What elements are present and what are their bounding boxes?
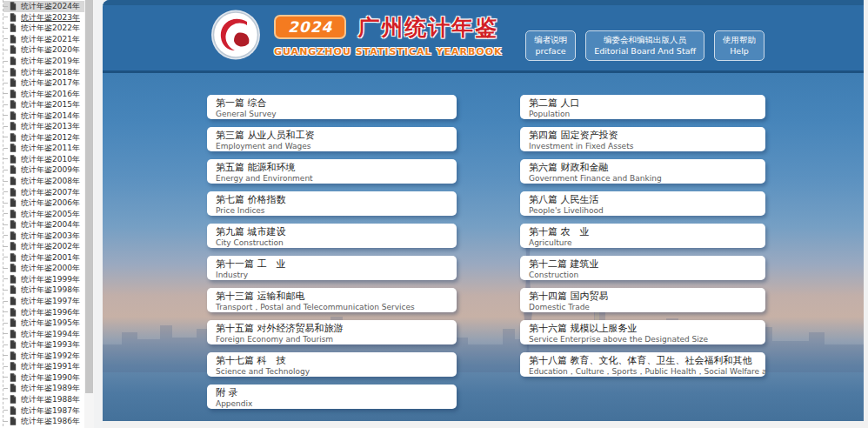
sidebar-item-yearbook[interactable]: 统计年鉴2004年: [3, 219, 84, 231]
sidebar-item-yearbook[interactable]: 统计年鉴2007年: [3, 186, 84, 197]
chapter-title-en: Investment in Fixed Assets: [529, 142, 757, 151]
tree-connector: [3, 257, 8, 257]
main-panel: 2024 广州统计年鉴 GUANGZHOU STATISTICAL YEARBO…: [103, 0, 864, 424]
sidebar-item-yearbook[interactable]: 统计年鉴2001年: [3, 252, 84, 264]
chapter-button[interactable]: 第十篇 农 业 Agriculture: [520, 224, 765, 248]
sidebar-item-yearbook[interactable]: 统计年鉴1995年: [3, 318, 84, 329]
chapter-button[interactable]: 第十五篇 对外经济贸易和旅游 Foreign Economy and Touri…: [207, 320, 457, 344]
chapter-button[interactable]: 第五篇 能源和环境 Energy and Environment: [207, 159, 457, 184]
sidebar-item-label: 统计年鉴2004年: [19, 219, 82, 230]
sidebar-item-yearbook[interactable]: 统计年鉴1997年: [3, 296, 84, 307]
sidebar-item-yearbook[interactable]: 统计年鉴2017年: [3, 77, 84, 89]
sidebar-item-yearbook[interactable]: 统计年鉴2000年: [3, 263, 84, 274]
chapter-title-en: Appendix: [216, 399, 448, 409]
sidebar-item-yearbook[interactable]: 统计年鉴2011年: [3, 143, 84, 154]
sidebar-item-yearbook[interactable]: 统计年鉴2013年: [3, 121, 84, 132]
sidebar-item-label: 统计年鉴2005年: [19, 209, 82, 219]
chapter-button[interactable]: 第九篇 城市建设 City Construction: [207, 224, 457, 248]
tree-connector: [3, 6, 8, 7]
chapter-title-en: Population: [529, 110, 757, 119]
sidebar-item-yearbook[interactable]: 统计年鉴2006年: [3, 197, 84, 209]
scrollbar-thumb[interactable]: [85, 0, 93, 393]
chapter-title-cn: 第五篇 能源和环境: [216, 162, 448, 174]
sidebar-item-yearbook[interactable]: 统计年鉴2005年: [3, 208, 84, 219]
sidebar-item-yearbook[interactable]: 统计年鉴2003年: [3, 230, 84, 241]
chapter-button[interactable]: 第一篇 综合 General Survey: [207, 95, 457, 119]
sidebar-item-yearbook[interactable]: 统计年鉴2019年: [3, 56, 84, 67]
logo-group: 2024 广州统计年鉴 GUANGZHOU STATISTICAL YEARBO…: [210, 10, 503, 60]
chapter-button[interactable]: 第十七篇 科 技 Science and Technology: [207, 352, 457, 377]
sidebar-item-yearbook[interactable]: 统计年鉴2020年: [3, 44, 84, 56]
chapter-button[interactable]: 第十八篇 教育、文化、体育、卫生、社会福利和其他 Education，Cultu…: [520, 352, 765, 377]
sidebar-item-label: 统计年鉴2008年: [19, 176, 82, 186]
sidebar-item-yearbook[interactable]: 统计年鉴1999年: [3, 274, 84, 285]
sidebar-item-yearbook[interactable]: 统计年鉴1991年: [3, 361, 84, 372]
chapter-button[interactable]: 第十二篇 建筑业 Construction: [520, 256, 765, 280]
tree-connector: [3, 126, 8, 127]
tree-connector: [3, 181, 8, 182]
chapter-title-cn: 第一篇 综合: [216, 97, 448, 110]
chapter-button[interactable]: 第十六篇 规模以上服务业 Service Enterprise above th…: [520, 320, 765, 344]
tree-connector: [3, 278, 8, 279]
sidebar-item-yearbook[interactable]: 统计年鉴2024年: [3, 1, 84, 12]
chapter-button[interactable]: 第八篇 人民生活 People's Livelihood: [520, 191, 765, 216]
chapter-button[interactable]: 第七篇 价格指数 Price Indices: [207, 191, 457, 216]
document-icon: [10, 23, 17, 32]
chapter-button[interactable]: 第十一篇 工 业 Industry: [207, 256, 457, 280]
preface-button[interactable]: 编者说明 prcface: [525, 30, 576, 61]
sidebar-item-yearbook[interactable]: 统计年鉴2012年: [3, 132, 84, 144]
document-icon: [10, 318, 17, 327]
tree-connector: [3, 344, 8, 345]
sidebar-item-yearbook[interactable]: 统计年鉴1989年: [3, 383, 84, 394]
chapter-title-cn: 第十五篇 对外经济贸易和旅游: [216, 323, 448, 335]
sidebar-item-yearbook[interactable]: 统计年鉴2002年: [3, 241, 84, 252]
sidebar-item-label: 统计年鉴2024年: [19, 1, 82, 11]
chapter-button[interactable]: 附 录 Appendix: [207, 385, 457, 409]
header-top-strip: [103, 0, 864, 5]
sidebar-item-yearbook[interactable]: 统计年鉴2014年: [3, 110, 84, 121]
sidebar-item-yearbook[interactable]: 统计年鉴2008年: [3, 176, 84, 187]
sidebar-item-yearbook[interactable]: 统计年鉴1990年: [3, 372, 84, 384]
chapter-button[interactable]: 第十四篇 国内贸易 Domestic Trade: [520, 288, 765, 312]
sidebar-item-yearbook[interactable]: 统计年鉴2009年: [3, 164, 84, 176]
chapter-title-en: City Construction: [216, 238, 448, 248]
sidebar-item-yearbook[interactable]: 统计年鉴1996年: [3, 306, 84, 318]
sidebar-item-yearbook[interactable]: 统计年鉴1987年: [3, 405, 84, 416]
tree-connector: [3, 148, 8, 149]
sidebar-item-yearbook[interactable]: 统计年鉴2015年: [3, 99, 84, 110]
document-icon: [10, 395, 17, 404]
sidebar-item-yearbook[interactable]: 统计年鉴2010年: [3, 154, 84, 165]
sidebar-scrollbar[interactable]: [84, 0, 94, 428]
document-icon: [10, 13, 17, 22]
document-icon: [10, 297, 17, 305]
tree-connector: [3, 158, 8, 159]
sidebar-item-yearbook[interactable]: 统计年鉴2023年: [3, 12, 84, 23]
document-icon: [10, 253, 17, 262]
tree-connector: [3, 17, 8, 17]
sidebar-item-label: 统计年鉴1987年: [19, 405, 82, 416]
chapter-button[interactable]: 第十三篇 运输和邮电 Transport，Postal and Telecomm…: [207, 288, 457, 312]
sidebar-item-yearbook[interactable]: 统计年鉴1988年: [3, 394, 84, 405]
chapter-button[interactable]: 第二篇 人口 Population: [520, 95, 765, 119]
sidebar-item-yearbook[interactable]: 统计年鉴1986年: [3, 416, 84, 427]
sidebar-item-yearbook[interactable]: 统计年鉴1998年: [3, 284, 84, 296]
editorial-board-button[interactable]: 编委会和编辑出版人员 Editorial Board And Staff: [585, 30, 704, 61]
sidebar-item-yearbook[interactable]: 统计年鉴1993年: [3, 339, 84, 351]
sidebar-item-label: 统计年鉴1986年: [19, 416, 82, 426]
chapter-title-cn: 第十三篇 运输和邮电: [216, 291, 448, 303]
sidebar-item-yearbook[interactable]: 统计年鉴2022年: [3, 23, 84, 34]
tree-connector: [3, 235, 8, 236]
chapter-button[interactable]: 第四篇 固定资产投资 Investment in Fixed Assets: [520, 127, 765, 151]
sidebar-item-yearbook[interactable]: 统计年鉴1992年: [3, 351, 84, 362]
document-icon: [10, 220, 17, 229]
help-button[interactable]: 使用帮助 Help: [714, 30, 765, 61]
sidebar-item-yearbook[interactable]: 统计年鉴2018年: [3, 66, 84, 77]
chapter-button[interactable]: 第六篇 财政和金融 Government Finance and Banking: [520, 159, 765, 184]
sidebar-item-label: 统计年鉴1993年: [19, 339, 82, 350]
sidebar-item-yearbook[interactable]: 统计年鉴2021年: [3, 34, 84, 45]
sidebar-item-yearbook[interactable]: 统计年鉴1994年: [3, 328, 84, 339]
document-icon: [10, 275, 17, 284]
sidebar-item-yearbook[interactable]: 统计年鉴2016年: [3, 88, 84, 99]
chapter-button[interactable]: 第三篇 从业人员和工资 Employment and Wages: [207, 127, 457, 151]
sidebar-item-label: 统计年鉴2023年: [19, 12, 82, 23]
